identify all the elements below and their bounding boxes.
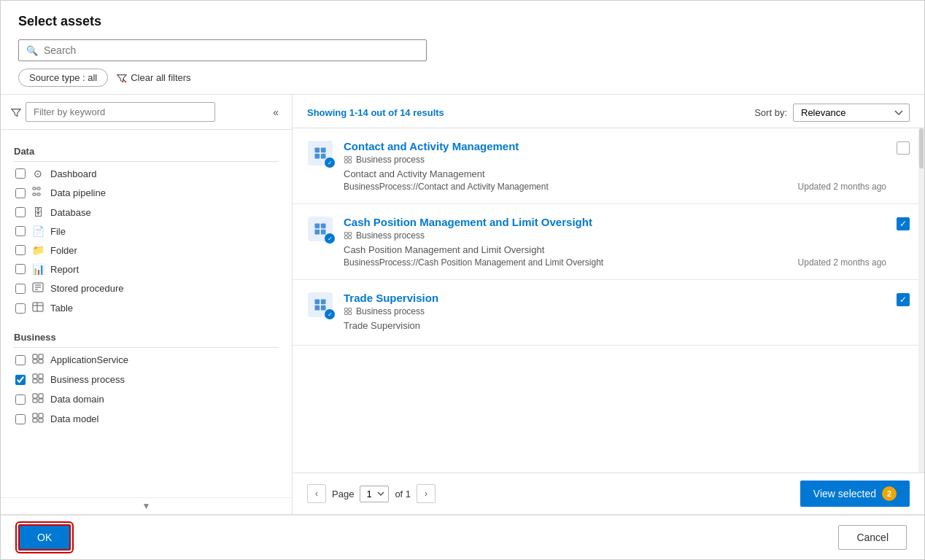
filter-keyword-icon — [11, 107, 21, 117]
svg-rect-20 — [33, 394, 37, 398]
svg-rect-42 — [345, 236, 348, 239]
results-header: Showing 1-14 out of 14 results Sort by: … — [293, 95, 924, 128]
collapse-panel-button[interactable]: « — [270, 104, 282, 121]
filter-item-database[interactable]: 🗄 Database — [14, 203, 279, 221]
sort-select[interactable]: Relevance Name Updated date — [793, 104, 910, 122]
business-process-asset-icon-2 — [313, 222, 328, 236]
results-count: Showing 1-14 out of 14 results — [307, 107, 444, 118]
page-next-button[interactable]: › — [417, 484, 436, 503]
svg-rect-21 — [39, 394, 43, 398]
filter-checkbox-file[interactable] — [15, 226, 26, 236]
filter-checkbox-data-domain[interactable] — [15, 394, 26, 405]
filter-checkbox-dashboard[interactable] — [15, 168, 26, 179]
result-item-1-path: BusinessProcess://Contact and Activity M… — [344, 182, 549, 192]
filter-item-table[interactable]: Table — [14, 299, 279, 317]
svg-rect-26 — [33, 419, 37, 422]
filter-item-application-service[interactable]: ApplicationService — [14, 351, 279, 369]
filter-checkbox-database[interactable] — [15, 207, 26, 217]
svg-rect-12 — [33, 354, 37, 359]
filter-checkbox-data-model[interactable] — [15, 414, 26, 424]
svg-rect-41 — [349, 233, 352, 236]
filter-checkbox-report[interactable] — [15, 264, 26, 274]
results-count-total: 14 — [400, 107, 410, 118]
filter-item-folder[interactable]: 📁 Folder — [14, 241, 279, 259]
svg-rect-46 — [315, 306, 320, 311]
data-pipeline-icon — [31, 187, 44, 199]
svg-rect-25 — [39, 413, 43, 418]
result-item-1-type: Business process — [356, 155, 425, 165]
result-item-3: ✓ Trade Supervision Business process Tra… — [293, 280, 924, 346]
filter-icon — [117, 73, 127, 83]
filter-checkbox-data-pipeline[interactable] — [15, 188, 26, 198]
result-item-2-subtitle: Business process — [344, 230, 886, 241]
svg-rect-23 — [39, 399, 43, 402]
filter-item-data-pipeline[interactable]: Data pipeline — [14, 184, 279, 202]
pagination: ‹ Page 1 of 1 › — [307, 484, 436, 503]
filter-item-stored-procedure[interactable]: Stored procedure — [14, 279, 279, 298]
filter-keyword-input[interactable] — [26, 102, 215, 122]
stored-procedure-label: Stored procedure — [50, 283, 123, 294]
business-section-divider — [14, 347, 279, 348]
svg-rect-9 — [33, 303, 43, 311]
scrollbar-thumb[interactable] — [919, 128, 924, 168]
filter-item-data-domain[interactable]: Data domain — [14, 390, 279, 408]
left-panel-content: Data ⊙ Dashboard Data pipeline — [1, 130, 292, 497]
result-item-3-title[interactable]: Trade Supervision — [344, 292, 886, 304]
result-item-2-updated: Updated 2 months ago — [798, 257, 886, 268]
search-input[interactable] — [44, 44, 419, 56]
page-prev-button[interactable]: ‹ — [307, 484, 326, 503]
application-service-label: ApplicationService — [50, 354, 128, 365]
filter-checkbox-business-process[interactable] — [15, 375, 26, 385]
source-type-button[interactable]: Source type : all — [18, 69, 108, 87]
result-item-2: ✓ Cash Position Management and Limit Ove… — [293, 204, 924, 280]
svg-rect-39 — [321, 230, 326, 235]
svg-rect-49 — [349, 308, 352, 311]
filter-row: Source type : all Clear all filters — [18, 69, 907, 87]
ok-button[interactable]: OK — [18, 524, 71, 551]
result-item-1-path-row: BusinessProcess://Contact and Activity M… — [344, 182, 886, 192]
result-item-2-content: Cash Position Management and Limit Overs… — [344, 216, 886, 268]
filter-checkbox-application-service[interactable] — [15, 355, 26, 365]
svg-rect-13 — [39, 354, 43, 359]
result-item-1-checkbox[interactable] — [897, 141, 910, 155]
business-section-title: Business — [14, 332, 279, 343]
cancel-button[interactable]: Cancel — [838, 525, 907, 550]
view-selected-button[interactable]: View selected 2 — [800, 481, 910, 507]
results-count-text: Showing — [307, 107, 349, 118]
svg-rect-36 — [315, 224, 320, 229]
result-item-1-title[interactable]: Contact and Activity Management — [344, 140, 886, 152]
scrollbar-track — [918, 128, 924, 472]
filter-checkbox-folder[interactable] — [15, 245, 26, 255]
dashboard-icon: ⊙ — [31, 168, 44, 179]
filter-checkbox-table[interactable] — [15, 303, 26, 314]
result-item-3-checkbox[interactable] — [897, 293, 910, 306]
left-panel-scroll-down[interactable]: ▼ — [1, 497, 292, 514]
clear-filters-label: Clear all filters — [131, 72, 190, 83]
business-process-type-icon-3 — [344, 307, 352, 316]
results-count-range: 1-14 — [349, 107, 368, 118]
result-item-2-title[interactable]: Cash Position Management and Limit Overs… — [344, 216, 886, 228]
result-item-1-subtitle: Business process — [344, 155, 886, 165]
svg-rect-35 — [349, 160, 352, 163]
dialog-title: Select assets — [18, 14, 907, 29]
result-item-3-icon: ✓ — [307, 292, 333, 318]
result-item-2-checkbox[interactable] — [897, 217, 910, 230]
filter-item-business-process[interactable]: Business process — [14, 370, 279, 389]
filter-item-report[interactable]: 📊 Report — [14, 260, 279, 278]
business-process-label: Business process — [50, 374, 125, 385]
stored-procedure-icon — [31, 282, 44, 295]
svg-rect-14 — [33, 359, 37, 363]
view-selected-badge: 2 — [882, 486, 897, 501]
clear-filters-button[interactable]: Clear all filters — [117, 72, 190, 83]
filter-item-dashboard[interactable]: ⊙ Dashboard — [14, 165, 279, 182]
filter-checkbox-stored-procedure[interactable] — [15, 284, 26, 294]
filter-item-data-model[interactable]: Data model — [14, 410, 279, 428]
svg-rect-30 — [315, 154, 320, 159]
folder-label: Folder — [50, 245, 77, 256]
svg-rect-34 — [345, 160, 348, 163]
data-filter-items: ⊙ Dashboard Data pipeline 🗄 Database — [14, 165, 279, 317]
result-item-2-icon: ✓ — [307, 216, 333, 242]
page-select[interactable]: 1 — [360, 486, 389, 502]
svg-rect-22 — [33, 399, 37, 402]
filter-item-file[interactable]: 📄 File — [14, 222, 279, 240]
